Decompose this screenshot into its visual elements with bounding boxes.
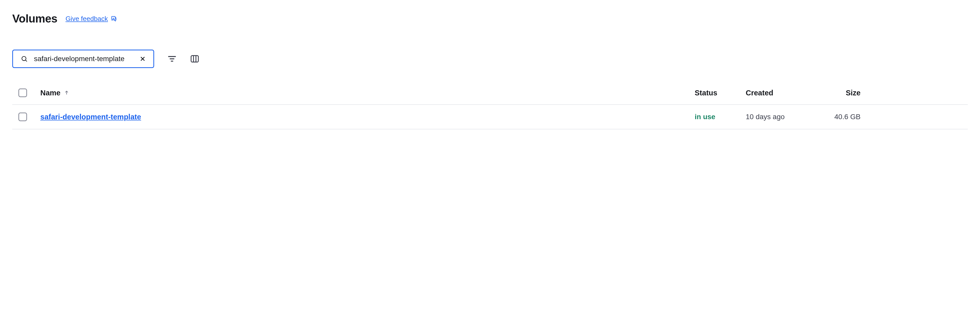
column-header-status[interactable]: Status bbox=[695, 89, 746, 97]
volume-size: 40.6 GB bbox=[825, 113, 861, 121]
select-all-checkbox[interactable] bbox=[18, 88, 27, 97]
row-checkbox[interactable] bbox=[18, 112, 27, 121]
svg-point-0 bbox=[22, 56, 26, 61]
column-header-created[interactable]: Created bbox=[746, 89, 825, 97]
column-header-name[interactable]: Name bbox=[40, 89, 695, 97]
clear-icon[interactable] bbox=[140, 56, 146, 62]
search-field[interactable] bbox=[12, 50, 154, 68]
volume-status: in use bbox=[695, 113, 746, 121]
column-name-label: Name bbox=[40, 89, 60, 97]
search-icon bbox=[21, 55, 28, 62]
table-row: safari-development-template in use 10 da… bbox=[12, 105, 968, 130]
table-header: Name Status Created Size bbox=[12, 82, 968, 105]
volume-created: 10 days ago bbox=[746, 113, 825, 121]
column-header-size[interactable]: Size bbox=[825, 89, 861, 97]
chat-icon bbox=[110, 15, 117, 22]
give-feedback-link[interactable]: Give feedback bbox=[65, 15, 117, 23]
feedback-label: Give feedback bbox=[65, 15, 108, 23]
filter-button[interactable] bbox=[167, 54, 177, 63]
volume-name-link[interactable]: safari-development-template bbox=[40, 113, 141, 121]
svg-rect-7 bbox=[191, 56, 199, 62]
volumes-table: Name Status Created Size safari-developm… bbox=[12, 82, 968, 130]
page-title: Volumes bbox=[12, 12, 57, 25]
svg-line-1 bbox=[25, 60, 27, 62]
filter-icon bbox=[167, 54, 177, 63]
arrow-up-icon bbox=[64, 90, 69, 95]
search-input[interactable] bbox=[34, 55, 134, 63]
columns-button[interactable] bbox=[190, 54, 200, 64]
columns-icon bbox=[190, 54, 200, 64]
